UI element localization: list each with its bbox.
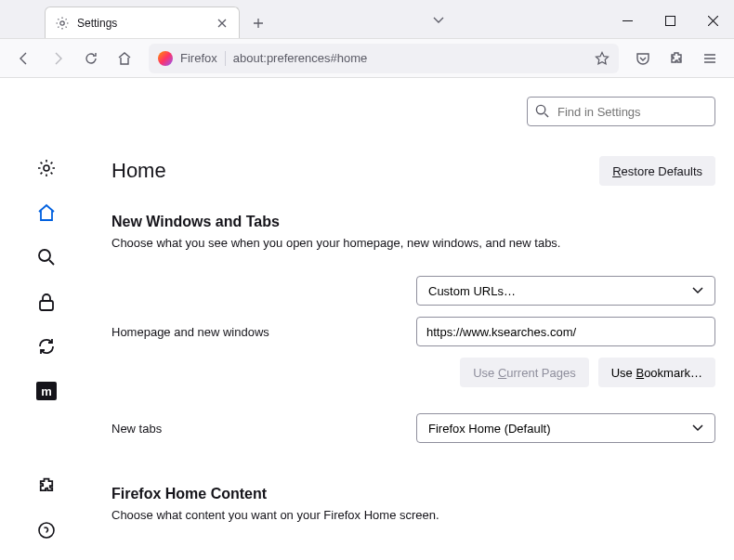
find-in-settings-input[interactable]	[527, 97, 715, 126]
sidebar-search-icon[interactable]	[35, 246, 58, 268]
svg-point-2	[44, 165, 49, 171]
homepage-url-input[interactable]	[416, 317, 715, 346]
sidebar-general-icon[interactable]	[35, 157, 58, 179]
pocket-button[interactable]	[628, 44, 658, 73]
new-windows-tabs-desc: Choose what you see when you open your h…	[111, 236, 715, 250]
home-content-heading: Firefox Home Content	[111, 486, 715, 502]
svg-rect-4	[40, 301, 53, 310]
use-current-pages-button: Use Current Pages	[460, 358, 589, 387]
firefox-logo-icon	[158, 51, 173, 66]
newtabs-dropdown[interactable]: Firefox Home (Default)	[416, 413, 715, 443]
sidebar-extensions-icon[interactable]	[35, 475, 58, 497]
svg-point-0	[60, 20, 64, 24]
url-brand-label: Firefox	[180, 51, 217, 65]
home-content-desc: Choose what content you want on your Fir…	[111, 508, 715, 522]
reload-button[interactable]	[76, 44, 106, 73]
url-bar[interactable]: Firefox about:preferences#home	[149, 44, 619, 73]
active-tab[interactable]: Settings	[45, 7, 240, 38]
back-button[interactable]	[9, 44, 39, 73]
use-bookmark-button[interactable]: Use Bookmark…	[598, 358, 715, 387]
svg-point-6	[536, 105, 544, 113]
forward-button[interactable]	[43, 44, 72, 73]
new-windows-tabs-heading: New Windows and Tabs	[111, 214, 715, 230]
new-tab-button[interactable]	[245, 10, 271, 36]
tab-close-button[interactable]	[215, 16, 229, 31]
newtabs-label: New tabs	[111, 422, 409, 436]
bookmark-star-icon[interactable]	[595, 51, 609, 66]
minimize-button[interactable]	[606, 3, 649, 38]
svg-point-3	[39, 250, 50, 261]
homepage-mode-value: Custom URLs…	[428, 284, 516, 298]
chevron-down-icon	[692, 287, 703, 294]
sidebar-home-icon[interactable]	[35, 202, 58, 224]
maximize-button[interactable]	[649, 3, 691, 38]
extensions-button[interactable]	[662, 44, 691, 73]
restore-defaults-button[interactable]: Restore Defaults	[599, 156, 715, 186]
svg-point-5	[39, 523, 54, 538]
tab-title: Settings	[77, 17, 207, 30]
sidebar-sync-icon[interactable]	[35, 335, 58, 358]
settings-sidebar: m	[0, 78, 93, 560]
homepage-label: Homepage and new windows	[111, 325, 409, 339]
newtabs-value: Firefox Home (Default)	[428, 422, 550, 436]
sidebar-privacy-icon[interactable]	[35, 291, 58, 313]
chevron-down-icon	[692, 424, 703, 432]
svg-rect-1	[665, 16, 675, 25]
sidebar-more-icon[interactable]: m	[35, 380, 58, 402]
gear-icon	[55, 16, 70, 31]
close-window-button[interactable]	[691, 3, 734, 38]
homepage-mode-dropdown[interactable]: Custom URLs…	[416, 276, 715, 306]
app-menu-button[interactable]	[695, 44, 725, 73]
tab-list-button[interactable]	[423, 5, 454, 36]
sidebar-help-icon[interactable]	[35, 519, 58, 541]
page-title: Home	[111, 159, 166, 183]
home-button[interactable]	[110, 44, 139, 73]
url-text: about:preferences#home	[233, 51, 587, 65]
search-icon	[535, 104, 549, 118]
